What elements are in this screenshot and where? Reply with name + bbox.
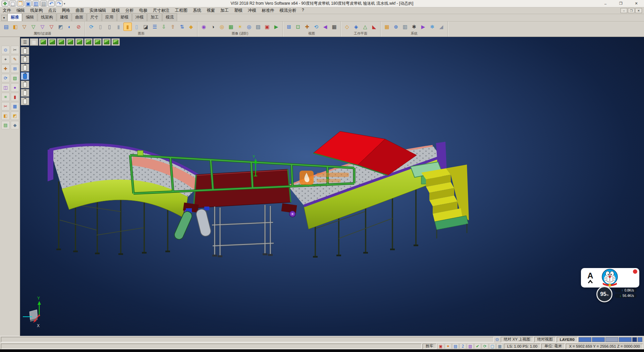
viewport-grid-icon[interactable]: ▦: [30, 38, 38, 46]
app-icon[interactable]: ❖: [2, 1, 8, 6]
play-animation-icon[interactable]: ▶: [272, 23, 280, 31]
save-all-icon[interactable]: ▥: [33, 1, 39, 6]
view-bottom-icon[interactable]: [93, 38, 102, 46]
load-graphics-icon[interactable]: ⇩: [160, 23, 168, 31]
modified-flag-icon[interactable]: ▣: [437, 343, 444, 349]
active-layer-cell[interactable]: LAYER0: [557, 337, 578, 342]
open-file-icon[interactable]: ❐: [17, 1, 24, 6]
dynamic-section-icon[interactable]: ◪: [142, 23, 150, 31]
gouraud-view-icon[interactable]: ▮: [114, 23, 123, 31]
menu-item[interactable]: 模流分析: [277, 7, 299, 14]
view-left-icon[interactable]: [75, 38, 84, 46]
close-button[interactable]: ✕: [629, 0, 644, 7]
mdi-close-button[interactable]: ✕: [635, 8, 642, 13]
swatch-icon[interactable]: ◩: [11, 112, 19, 120]
trim-tool-icon[interactable]: ✂: [1, 102, 10, 111]
palette-icon[interactable]: ◆: [11, 121, 19, 129]
color-segment[interactable]: [638, 337, 642, 342]
zoom-tool-icon[interactable]: ⊙: [1, 46, 10, 54]
filter-type-icon[interactable]: ▽: [47, 23, 56, 31]
refresh-status-icon[interactable]: ⟳: [482, 343, 488, 349]
graphics-alert-icon[interactable]: ◆: [187, 23, 195, 31]
attribute-paint-icon[interactable]: ◧: [11, 23, 19, 31]
model-canvas[interactable]: Y Y X: [20, 37, 644, 336]
unload-graphics-icon[interactable]: ⇧: [169, 23, 177, 31]
graphics-list-icon[interactable]: ☰: [151, 23, 159, 31]
menu-item[interactable]: 系统: [190, 7, 204, 14]
toolbar-tab[interactable]: 应用: [102, 13, 117, 21]
toolbar-tab[interactable]: 模流: [162, 13, 177, 21]
toolbar-tab[interactable]: 编辑: [22, 13, 37, 21]
display-filter-1[interactable]: [21, 47, 29, 55]
menu-item[interactable]: 冲模: [245, 7, 259, 14]
save-icon[interactable]: ▣: [25, 1, 32, 6]
cut-element-icon[interactable]: ✂: [11, 46, 19, 54]
shaded-edges-view-icon[interactable]: ▮: [123, 23, 132, 31]
undo-icon[interactable]: ↶: [48, 1, 55, 6]
camera-icon[interactable]: ◎: [245, 23, 253, 31]
absolute-view-cell[interactable]: 绝对视图: [534, 337, 556, 342]
transparency-view-icon[interactable]: ▯: [132, 23, 141, 31]
menu-item[interactable]: 标准件: [259, 7, 277, 14]
display-filter-3[interactable]: [21, 64, 29, 72]
view-manager-icon[interactable]: ▦: [330, 23, 338, 31]
mesh-icon[interactable]: ▦: [11, 102, 19, 111]
layers-tool-icon[interactable]: ▤: [1, 121, 10, 129]
maximize-button[interactable]: ❐: [613, 0, 629, 7]
mdi-restore-button[interactable]: ❐: [628, 8, 635, 13]
selection-mask-icon[interactable]: ◩: [56, 23, 65, 31]
toolbar-tab[interactable]: 线架构: [38, 13, 56, 21]
view-dimetric-icon[interactable]: [102, 38, 111, 46]
workplane-3points-icon[interactable]: △: [361, 23, 369, 31]
workplane-entity-icon[interactable]: ◈: [352, 23, 360, 31]
color-segment[interactable]: [632, 337, 637, 342]
orbit-view-icon[interactable]: ⟲: [312, 23, 320, 31]
sync-graphics-icon[interactable]: ⇅: [178, 23, 186, 31]
lighting-icon[interactable]: ☀: [236, 23, 244, 31]
mirror-tool-icon[interactable]: ◫: [1, 83, 10, 92]
texture-icon[interactable]: ▦: [227, 23, 235, 31]
view-front-icon[interactable]: [57, 38, 65, 46]
print-status-icon[interactable]: ▤: [452, 343, 459, 349]
color-segment[interactable]: [619, 337, 632, 342]
display-status-icon[interactable]: ▢: [489, 343, 496, 349]
redo-icon[interactable]: ↷: [56, 1, 62, 6]
workplane-view-icon[interactable]: ◣: [370, 23, 378, 31]
lock-toggle[interactable]: 拴牢: [423, 344, 436, 349]
tab-dropdown-button[interactable]: ▼: [1, 15, 7, 21]
rotate-tool-icon[interactable]: ⟳: [1, 74, 10, 82]
customize-toolbar-arrow[interactable]: ▾: [62, 2, 67, 5]
attribute-editor-icon[interactable]: ▤: [2, 23, 10, 31]
toolbar-tab[interactable]: 尺寸: [87, 13, 102, 21]
invert-selection-icon[interactable]: ◐: [65, 23, 74, 31]
toolbar-tab[interactable]: 建模: [57, 13, 71, 21]
move-tool-icon[interactable]: ✚: [1, 64, 10, 73]
menu-item[interactable]: ?: [299, 7, 307, 14]
toolbar-tab[interactable]: 标准: [7, 13, 22, 21]
view-right-icon[interactable]: [84, 38, 93, 46]
toolbar-tab[interactable]: 加工: [147, 13, 162, 21]
network-monitor-card[interactable]: A: [581, 268, 639, 288]
minimize-button[interactable]: –: [598, 0, 613, 7]
shadow-icon[interactable]: ◑: [209, 23, 217, 31]
wedge-icon[interactable]: ◢: [437, 23, 445, 31]
percent-badge[interactable]: 95 %: [596, 286, 612, 302]
viewport[interactable]: Y Y X: [20, 37, 644, 336]
grid-status-icon[interactable]: ▦: [496, 343, 503, 349]
print-icon[interactable]: ▤: [40, 1, 47, 6]
hidden-line-view-icon[interactable]: ▯: [105, 23, 114, 31]
sketch-icon[interactable]: ✎: [11, 55, 19, 63]
offset-tool-icon[interactable]: ≡: [1, 93, 10, 101]
zoom-window-icon[interactable]: ⊞: [285, 23, 293, 31]
workplane-standard-icon[interactable]: ◇: [343, 23, 351, 31]
redraw-icon[interactable]: ⟳: [87, 23, 96, 31]
filter-color-icon[interactable]: ▽: [29, 23, 38, 31]
calculator-icon[interactable]: ▥: [401, 23, 409, 31]
display-filter-4[interactable]: [21, 72, 29, 80]
view-trimetric-icon[interactable]: [111, 38, 120, 46]
display-filter-2[interactable]: [21, 55, 29, 63]
left-conveyor[interactable]: [48, 145, 206, 218]
cylinder-icon[interactable]: ▮: [11, 93, 19, 101]
display-filter-5[interactable]: [21, 81, 29, 88]
color-palette-icon[interactable]: ▦: [383, 23, 391, 31]
